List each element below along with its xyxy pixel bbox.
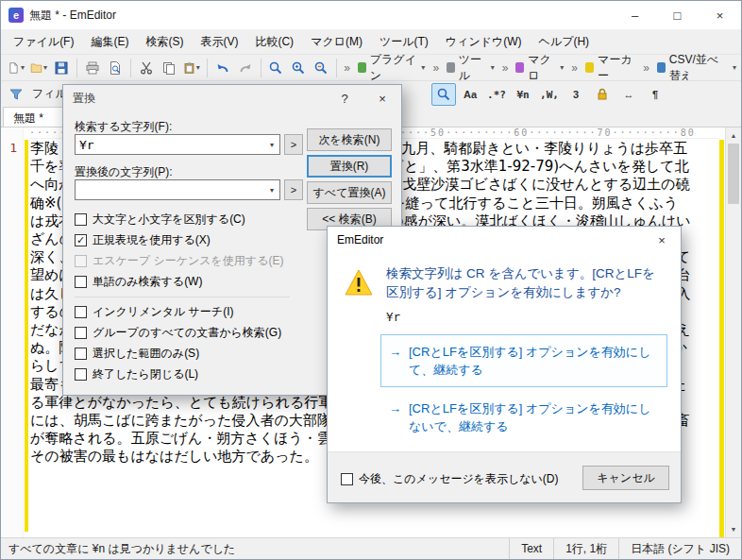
filter-search-button[interactable] xyxy=(431,83,456,106)
filter-button[interactable] xyxy=(6,83,26,106)
modified-lines-marker-right xyxy=(719,140,724,537)
menu-edit[interactable]: 編集(E) xyxy=(82,30,137,54)
plugins-label: プラグイン xyxy=(370,52,417,84)
check-icon: ✓ xyxy=(76,235,85,246)
search-next-icon xyxy=(291,60,306,76)
checkbox-match-case[interactable]: 大文字と小文字を区別する(C) xyxy=(75,210,245,229)
paragraph-marks-toggle[interactable]: ¶ xyxy=(643,83,667,106)
tab-untitled[interactable]: 無題 * xyxy=(3,107,67,127)
redo-button[interactable] xyxy=(235,57,256,79)
cut-button[interactable] xyxy=(136,57,157,79)
message-dialog-close-button[interactable]: × xyxy=(643,227,681,253)
minimize-button[interactable]: – xyxy=(614,1,656,29)
dropdown-caret-icon: ▾ xyxy=(560,63,564,72)
open-file-button[interactable]: ▾ xyxy=(28,57,49,79)
escape-sequence-toggle[interactable]: ¥n xyxy=(511,83,535,106)
new-file-button[interactable]: ▾ xyxy=(6,57,26,79)
message-dialog-body: 検索文字列は CR を含んでいます。[CRとLFを区別する] オプションを有効に… xyxy=(328,253,681,453)
toolbar-overflow-icon[interactable]: » xyxy=(571,61,578,75)
markers-label: マーカー xyxy=(598,52,635,84)
toolbar-overflow-icon[interactable]: » xyxy=(502,61,509,75)
checkbox-escape-sequence: エスケープ シーケンスを使用する(E) xyxy=(75,251,283,270)
suppress-message-checkbox[interactable]: 今後、このメッセージを表示しない(D) xyxy=(341,469,558,488)
maximize-button[interactable]: □ xyxy=(656,1,699,29)
command-link-no-enable-cr-lf[interactable]: → [CRとLFを区別する] オプションを有効にしないで、継続する xyxy=(380,391,667,444)
status-mode[interactable]: Text xyxy=(509,538,553,559)
command-link-text: [CRとLFを区別する] オプションを有効にしないで、継続する xyxy=(409,399,659,435)
find-button[interactable] xyxy=(265,57,286,79)
message-dialog-titlebar[interactable]: EmEditor × xyxy=(328,227,681,253)
menu-search[interactable]: 検索(S) xyxy=(137,30,192,54)
checkbox-label: 終了したら閉じる(L) xyxy=(93,366,198,382)
find-menu-button[interactable]: > xyxy=(284,134,303,155)
message-dialog-footer: 今後、このメッセージを表示しない(D) キャンセル xyxy=(328,451,681,502)
replace-button[interactable]: 置換(R) xyxy=(307,155,392,178)
scrollbar-thumb[interactable] xyxy=(728,144,739,204)
replace-all-button[interactable]: すべて置換(A) xyxy=(307,181,392,204)
toolbar-overflow-icon[interactable]: » xyxy=(344,61,350,75)
find-next-button[interactable] xyxy=(288,57,309,79)
dropdown-caret-icon: ▾ xyxy=(43,63,47,72)
command-link-enable-cr-lf[interactable]: → [CRとLFを区別する] オプションを有効にして、継続する xyxy=(380,334,667,387)
help-button[interactable]: ? xyxy=(326,85,363,111)
checkbox-label: 単語のみ検索する(W) xyxy=(93,274,202,290)
status-cursor-position[interactable]: 1行, 1桁 xyxy=(553,538,618,559)
checkbox-box xyxy=(75,255,87,267)
clipboard-icon xyxy=(183,60,195,76)
window-controls: – □ × xyxy=(614,1,741,29)
word-boundary-toggle[interactable]: ,W, xyxy=(537,83,562,106)
copy-button[interactable] xyxy=(159,57,179,79)
regex-toggle[interactable]: .*? xyxy=(484,83,509,106)
menu-file[interactable]: ファイル(F) xyxy=(5,30,82,54)
wrap-toggle[interactable]: ↔ xyxy=(616,83,641,106)
status-encoding[interactable]: 日本語 (シフト JIS) xyxy=(618,538,741,559)
checkbox-close-when-done[interactable]: 終了したら閉じる(L) xyxy=(75,365,198,383)
menu-view[interactable]: 表示(V) xyxy=(192,30,246,54)
find-input[interactable]: ¥r ▾ xyxy=(75,134,280,155)
checkbox-box xyxy=(341,473,353,485)
message-dialog-title: EmEditor xyxy=(337,233,383,246)
combo-dropdown-icon[interactable]: ▾ xyxy=(264,186,279,195)
scroll-up-icon[interactable]: ▲ xyxy=(726,127,741,144)
match-case-toggle[interactable]: Aa xyxy=(458,83,482,106)
checkbox-word-only[interactable]: 単語のみ検索する(W) xyxy=(75,272,202,291)
toolbar-overflow-icon[interactable]: » xyxy=(643,61,649,75)
tools-label: ツール xyxy=(459,52,486,84)
menu-compare[interactable]: 比較(C) xyxy=(246,30,302,54)
line-number-gutter[interactable]: 1 xyxy=(1,127,24,537)
number-range-toggle[interactable]: 3 xyxy=(564,83,588,106)
checkbox-incremental-search[interactable]: インクリメンタル サーチ(I) xyxy=(75,302,233,321)
command-link-arrow-icon: → xyxy=(389,399,401,435)
combo-dropdown-icon[interactable]: ▾ xyxy=(264,141,279,149)
paste-button[interactable]: ▾ xyxy=(181,57,202,79)
checkbox-search-all-group[interactable]: グループのすべての文書から検索(G) xyxy=(75,323,281,342)
toolbar-separator xyxy=(76,59,77,77)
line-number: 1 xyxy=(9,141,17,155)
print-preview-button[interactable] xyxy=(105,57,126,79)
toolbar-overflow-icon[interactable]: » xyxy=(432,61,439,75)
dropdown-caret-icon: ▾ xyxy=(421,63,425,72)
replace-dialog-close-button[interactable]: × xyxy=(363,85,401,111)
toolbar-separator xyxy=(261,59,261,77)
checkbox-box xyxy=(75,276,87,288)
replace-input[interactable]: ▾ xyxy=(75,179,280,200)
vertical-scrollbar[interactable]: ▲ ▼ xyxy=(725,127,741,537)
undo-button[interactable] xyxy=(212,57,233,79)
zoom-button[interactable] xyxy=(311,57,331,79)
close-button[interactable]: × xyxy=(699,1,741,29)
print-button[interactable] xyxy=(82,57,103,79)
save-button[interactable] xyxy=(51,57,72,79)
replace-dialog-titlebar[interactable]: 置換 ? × xyxy=(63,85,401,111)
checkbox-box xyxy=(75,327,87,339)
redo-icon xyxy=(238,60,253,76)
scroll-down-icon[interactable]: ▼ xyxy=(726,521,741,537)
checkbox-selection-only[interactable]: 選択した範囲のみ(S) xyxy=(75,344,199,363)
emeditor-window: e 無題 * - EmEditor – □ × ファイル(F) 編集(E) 検索… xyxy=(0,0,742,560)
message-detail: ¥r xyxy=(386,310,400,324)
lock-button[interactable] xyxy=(590,83,615,106)
find-next-button[interactable]: 次を検索(N) xyxy=(307,128,392,151)
replace-menu-button[interactable]: > xyxy=(284,179,303,200)
checkbox-use-regex[interactable]: ✓ 正規表現を使用する(X) xyxy=(75,230,211,249)
checkbox-label: グループのすべての文書から検索(G) xyxy=(93,325,281,341)
cancel-button[interactable]: キャンセル xyxy=(582,466,669,490)
